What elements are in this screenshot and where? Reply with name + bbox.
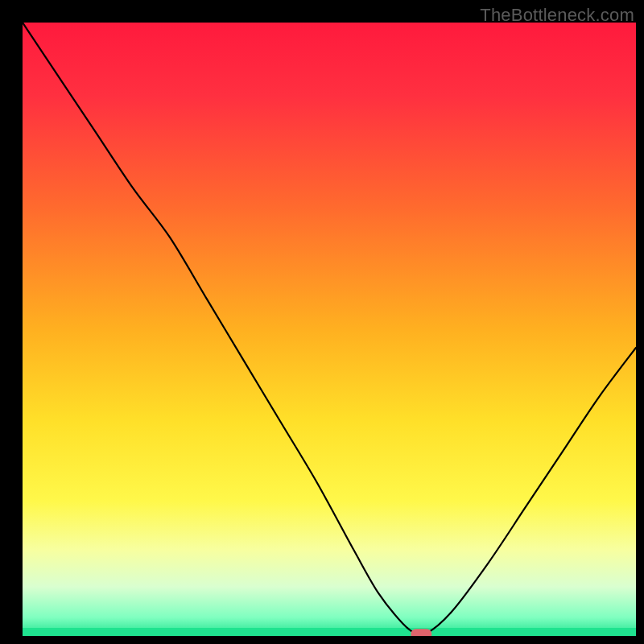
- chart-container: TheBottleneck.com: [0, 0, 644, 644]
- chart-svg: [23, 23, 636, 636]
- watermark-text: TheBottleneck.com: [480, 5, 634, 26]
- chart-background: [23, 23, 636, 636]
- optimal-marker: [411, 629, 431, 636]
- plot-area: [23, 23, 636, 636]
- baseline-band: [23, 628, 636, 636]
